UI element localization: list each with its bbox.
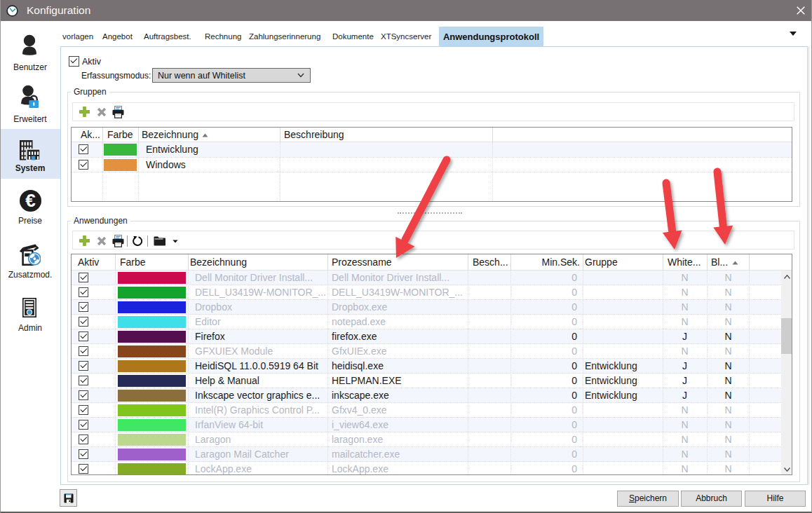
svg-text:€: € (25, 190, 35, 211)
